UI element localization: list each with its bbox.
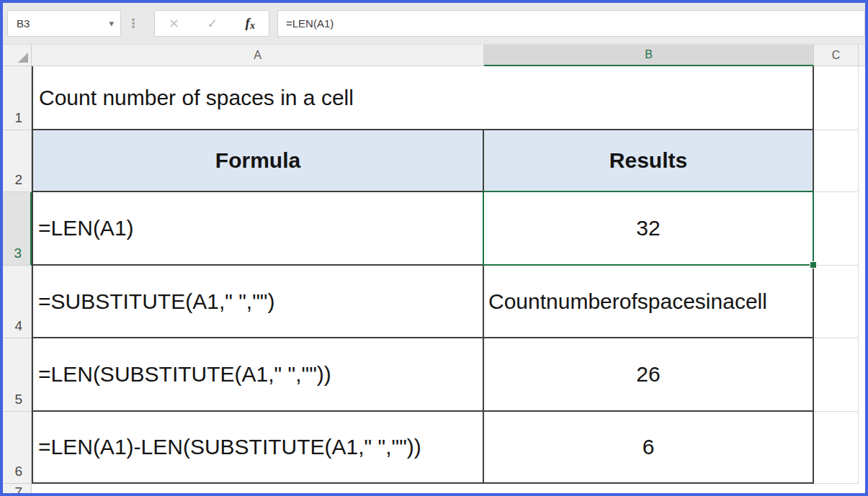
row-header-2[interactable]: 2 xyxy=(3,130,32,192)
row-6-spacer xyxy=(859,412,865,484)
cell-a5[interactable]: =LEN(SUBSTITUTE(A1," ","")) xyxy=(32,338,484,412)
fx-x: x xyxy=(250,20,255,31)
worksheet-area: B3 ▾ ⋮ ✕ ✓ fx =LEN(A1) A B C 1 xyxy=(3,3,865,493)
grid: 1 Count number of spaces in a cell 2 For… xyxy=(3,66,865,493)
formula-buttons-panel: ✕ ✓ fx xyxy=(154,10,269,37)
row-7: 7 xyxy=(3,484,865,493)
name-box-dropdown-icon[interactable]: ▾ xyxy=(109,19,114,28)
cell-c5[interactable] xyxy=(814,338,859,412)
select-all-button[interactable] xyxy=(3,45,32,66)
cell-a4[interactable]: =SUBSTITUTE(A1," ","") xyxy=(32,266,484,338)
cell-b2[interactable]: Results xyxy=(484,130,814,192)
row-6: 6 =LEN(A1)-LEN(SUBSTITUTE(A1," ","")) 6 xyxy=(3,412,865,484)
column-header-row: A B C xyxy=(3,45,865,66)
name-box-value: B3 xyxy=(17,17,109,30)
row-7-cells[interactable] xyxy=(32,484,865,493)
row-header-5[interactable]: 5 xyxy=(3,338,32,412)
row-header-1[interactable]: 1 xyxy=(3,66,32,130)
row-2: 2 Formula Results xyxy=(3,130,865,192)
row-2-spacer xyxy=(859,130,865,192)
cell-a3[interactable]: =LEN(A1) xyxy=(32,192,484,266)
row-4-spacer xyxy=(859,266,865,338)
row-5: 5 =LEN(SUBSTITUTE(A1," ","")) 26 xyxy=(3,338,865,412)
cell-b6[interactable]: 6 xyxy=(484,412,814,484)
formula-bar-strip: B3 ▾ ⋮ ✕ ✓ fx =LEN(A1) xyxy=(3,3,865,45)
row-3-spacer xyxy=(859,192,865,266)
select-all-icon xyxy=(18,53,28,63)
cancel-icon[interactable]: ✕ xyxy=(169,16,179,32)
cell-a1[interactable]: Count number of spaces in a cell xyxy=(32,66,814,130)
row-5-spacer xyxy=(859,338,865,412)
cell-c4[interactable] xyxy=(814,266,859,338)
cell-c3[interactable] xyxy=(814,192,859,266)
column-header-a[interactable]: A xyxy=(32,45,484,66)
fill-handle[interactable] xyxy=(810,261,817,269)
column-header-b[interactable]: B xyxy=(484,45,814,66)
row-1-spacer xyxy=(859,66,865,130)
row-header-4[interactable]: 4 xyxy=(3,266,32,338)
cell-c6[interactable] xyxy=(814,412,859,484)
row-1: 1 Count number of spaces in a cell xyxy=(3,66,865,130)
cell-b5[interactable]: 26 xyxy=(484,338,814,412)
column-header-c[interactable]: C xyxy=(814,45,859,66)
cell-c2[interactable] xyxy=(814,130,859,192)
row-4: 4 =SUBSTITUTE(A1," ","") Countnumberofsp… xyxy=(3,266,865,338)
enter-icon[interactable]: ✓ xyxy=(207,16,218,32)
row-header-7[interactable]: 7 xyxy=(3,484,32,493)
formula-bar-options-icon[interactable]: ⋮ xyxy=(121,16,146,31)
cell-b3[interactable]: 32 xyxy=(484,192,814,266)
cell-a2[interactable]: Formula xyxy=(32,130,484,192)
excel-window: B3 ▾ ⋮ ✕ ✓ fx =LEN(A1) A B C 1 xyxy=(0,0,868,496)
row-header-6[interactable]: 6 xyxy=(3,412,32,484)
name-box[interactable]: B3 ▾ xyxy=(7,10,121,37)
column-header-spacer xyxy=(859,45,865,66)
row-3: 3 =LEN(A1) 32 xyxy=(3,192,865,266)
formula-bar-input[interactable]: =LEN(A1) xyxy=(277,10,865,37)
cell-b4[interactable]: Countnumberofspacesinacell xyxy=(484,266,814,338)
cell-c1[interactable] xyxy=(814,66,859,130)
insert-function-icon[interactable]: fx xyxy=(246,15,255,32)
cell-a6[interactable]: =LEN(A1)-LEN(SUBSTITUTE(A1," ","")) xyxy=(32,412,484,484)
row-header-3[interactable]: 3 xyxy=(3,192,32,266)
